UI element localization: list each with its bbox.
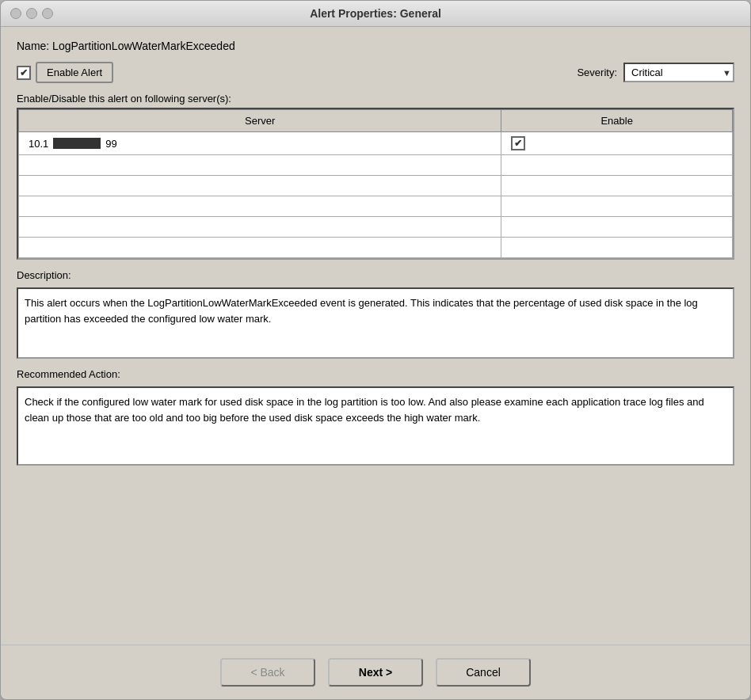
server-column-header: Server [19, 110, 501, 132]
enable-checkbox-cell [501, 132, 733, 155]
severity-group: Severity: Critical High Medium Low Infor… [577, 63, 734, 82]
description-text: This alert occurs when the LogPartitionL… [17, 287, 734, 359]
minimize-button[interactable] [26, 8, 37, 19]
enable-alert-button[interactable]: Enable Alert [36, 62, 113, 83]
recommended-action-text: Check if the configured low water mark f… [17, 386, 734, 466]
severity-select-wrapper: Critical High Medium Low Informational ▼ [623, 63, 734, 82]
alert-name-label: Name: LogPartitionLowWaterMarkExceeded [17, 40, 734, 52]
next-button[interactable]: Next > [328, 658, 423, 687]
empty-row-2 [19, 176, 733, 196]
table-row: 10.1 99 [19, 132, 733, 155]
server-table-container: Server Enable 10.1 99 [17, 108, 734, 260]
server-section: Enable/Disable this alert on following s… [17, 93, 734, 260]
severity-label: Severity: [577, 67, 617, 78]
enable-severity-row: Enable Alert Severity: Critical High Med… [17, 62, 734, 83]
ip-obscured [53, 138, 101, 149]
recommended-action-label: Recommended Action: [17, 368, 734, 380]
close-button[interactable] [10, 8, 21, 19]
title-bar: Alert Properties: General [1, 1, 750, 27]
traffic-lights [10, 8, 53, 19]
empty-row-1 [19, 155, 733, 176]
ip-suffix: 99 [105, 138, 116, 150]
maximize-button[interactable] [42, 8, 53, 19]
button-row: < Back Next > Cancel [1, 645, 750, 699]
recommended-action-section: Recommended Action: Check if the configu… [17, 368, 734, 466]
enable-alert-group: Enable Alert [17, 62, 113, 83]
description-label: Description: [17, 269, 734, 281]
alert-properties-window: Alert Properties: General Name: LogParti… [0, 0, 751, 700]
server-ip-display: 10.1 99 [29, 138, 491, 150]
window-title: Alert Properties: General [310, 7, 441, 20]
server-enable-checkbox[interactable] [511, 136, 525, 150]
back-button[interactable]: < Back [220, 658, 315, 687]
server-ip-cell: 10.1 99 [19, 132, 501, 155]
server-section-label: Enable/Disable this alert on following s… [17, 93, 734, 105]
cancel-button[interactable]: Cancel [436, 658, 531, 687]
description-section: Description: This alert occurs when the … [17, 269, 734, 359]
severity-select[interactable]: Critical High Medium Low Informational [623, 63, 734, 82]
enable-column-header: Enable [501, 110, 733, 132]
empty-row-4 [19, 217, 733, 238]
main-content: Name: LogPartitionLowWaterMarkExceeded E… [1, 27, 750, 645]
empty-row-3 [19, 196, 733, 217]
empty-row-5 [19, 238, 733, 258]
enable-alert-checkbox[interactable] [17, 66, 31, 80]
ip-prefix: 10.1 [29, 138, 48, 150]
server-table: Server Enable 10.1 99 [18, 109, 733, 258]
